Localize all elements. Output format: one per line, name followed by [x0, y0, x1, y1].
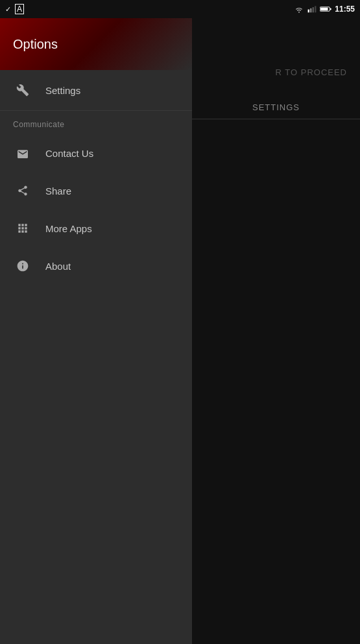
main-content: R TO PROCEED SETTINGS Options Settings C…	[0, 18, 360, 644]
about-item[interactable]: About	[0, 247, 192, 285]
svg-rect-2	[313, 7, 314, 12]
settings-label: Settings	[45, 85, 80, 96]
share-item[interactable]: Share	[0, 172, 192, 209]
svg-rect-0	[308, 10, 309, 13]
status-bar-right: 11:55	[294, 5, 355, 14]
a-icon: A	[15, 4, 24, 14]
status-bar: ✓ A 11:55	[0, 0, 360, 18]
drawer: Options Settings Communicate Contact Us	[0, 18, 192, 644]
wifi-icon	[294, 5, 304, 13]
share-icon	[13, 181, 32, 200]
svg-rect-3	[315, 6, 316, 12]
status-time: 11:55	[335, 5, 355, 14]
info-icon	[13, 256, 32, 276]
contact-us-item[interactable]: Contact Us	[0, 134, 192, 172]
settings-text: SETTINGS	[192, 102, 360, 119]
communicate-label: Communicate	[13, 120, 65, 129]
envelope-icon	[13, 143, 32, 163]
battery-icon	[320, 5, 331, 13]
proceed-text: R TO PROCEED	[276, 67, 347, 77]
right-panel: R TO PROCEED SETTINGS	[192, 18, 360, 644]
about-label: About	[45, 261, 71, 272]
svg-rect-5	[330, 8, 331, 10]
svg-rect-1	[310, 8, 311, 12]
settings-menu-item[interactable]: Settings	[0, 70, 192, 111]
drawer-title: Options	[13, 37, 58, 52]
svg-rect-6	[320, 8, 328, 11]
drawer-header: Options	[0, 18, 192, 70]
contact-us-label: Contact Us	[45, 148, 93, 159]
check-icon: ✓	[5, 5, 11, 14]
wrench-icon	[13, 80, 32, 100]
share-label: Share	[45, 185, 71, 197]
communicate-section-header: Communicate	[0, 111, 192, 134]
more-apps-item[interactable]: More Apps	[0, 209, 192, 247]
status-bar-left: ✓ A	[5, 4, 24, 14]
more-apps-label: More Apps	[45, 223, 92, 234]
signal-icon	[307, 5, 317, 13]
grid-icon	[13, 219, 32, 238]
